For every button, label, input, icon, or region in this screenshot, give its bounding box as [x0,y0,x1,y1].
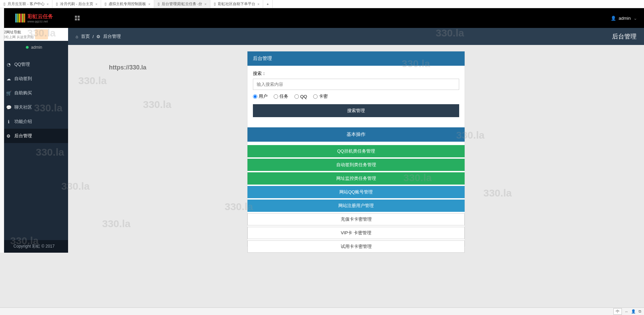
search-type-radios: 用户任务QQ卡密 [253,93,459,99]
ops-button[interactable]: 试用卡卡密管理 [247,240,465,253]
nav-icon: 💬 [6,105,11,110]
admin-card: 后台管理 搜索： 用户任务QQ卡密 搜索管理 基本操作 QQ挂机类任务管理自动签… [247,51,465,247]
close-icon[interactable]: × [47,2,49,6]
url-overlay: https://330.la [109,64,146,71]
close-icon[interactable]: × [204,2,206,6]
ad-title: 52网址导航 [2,30,34,35]
nav-label: 功能介绍 [14,119,32,125]
nav-icon: ☁ [6,76,11,81]
ops-button[interactable]: 充值卡卡密管理 [247,213,465,225]
ad-sub: 轻松上网 从这里开始 [2,35,34,40]
nav-icon: ◔ [6,62,11,67]
logo-stripes-icon [15,14,26,22]
topbar-username: admin [619,16,631,21]
radio-input[interactable] [294,94,299,99]
new-tab-button[interactable]: + [263,0,272,8]
tab-icon: ▯ [104,2,107,6]
logo-text: 彩虹云任务 [28,13,53,19]
browser-tab[interactable]: ▯彩虹社区自助下单平台× [210,0,263,8]
sidebar-footer: Copyright 彩虹 © 2017 [0,240,68,253]
browser-tab[interactable]: ▯后台管理|彩虹云任务 -分× [154,0,210,8]
browser-tab[interactable]: ▯虚拟主机专用控制面板× [101,0,154,8]
tab-icon: ▯ [158,2,160,6]
ops-button[interactable]: QQ挂机类任务管理 [247,145,465,157]
radio-input[interactable] [313,94,318,99]
taskbar-icon[interactable]: ⧉ [639,309,641,314]
radio-option[interactable]: 任务 [274,93,288,99]
nav-label: 后台管理 [14,133,32,139]
browser-tab[interactable]: ▯月月云互联 - 客户中心× [0,0,52,8]
radio-input[interactable] [274,94,278,99]
breadcrumb-home[interactable]: 首页 [81,33,90,40]
sidebar-item[interactable]: 💬聊天社区 [0,100,68,114]
radio-input[interactable] [253,94,257,99]
ime-indicator[interactable]: 中 [613,308,622,315]
status-dot-icon [26,46,29,49]
page-title: 后台管理 [612,32,637,41]
topbar-user-menu[interactable]: 👤 admin ⌄ [611,16,637,21]
tab-title: 彩虹社区自助下单平台 [218,1,255,6]
nav-label: 聊天社区 [14,104,32,110]
search-input[interactable] [253,79,459,90]
sidebar-item[interactable]: ☁自动签到 [0,72,68,86]
ops-button[interactable]: 网址监控类任务管理 [247,172,465,185]
logo[interactable]: 彩虹云任务 www.qqzzz.net [0,8,68,28]
ad-image-icon [35,29,48,40]
breadcrumb: ⌂ 首页 / ⚙ 后台管理 [76,33,121,40]
ops-button[interactable]: 网站注册用户管理 [247,200,465,212]
close-icon[interactable]: × [95,2,97,6]
page-body: 后台管理 搜索： 用户任务QQ卡密 搜索管理 基本操作 QQ挂机类任务管理自动签… [68,45,644,253]
taskbar-icon[interactable]: ↔ [625,310,628,314]
taskbar: 中 ↔ 👤 ⧉ [0,308,644,315]
tab-title: 后台管理|彩虹云任务 -分 [162,1,203,6]
grid-toggle-icon[interactable] [75,16,80,20]
sidebar: 彩虹云任务 www.qqzzz.net 52网址导航 轻松上网 从这里开始 ad… [0,8,68,253]
sidebar-ad[interactable]: 52网址导航 轻松上网 从这里开始 [0,28,68,41]
nav-icon: ℹ [6,119,11,124]
tab-icon: ▯ [214,2,216,6]
tab-title: 冷月代刷 - 后台主页 [60,1,93,6]
radio-label: 用户 [259,93,268,99]
close-icon[interactable]: × [148,2,150,6]
browser-tab[interactable]: ▯冷月代刷 - 后台主页× [52,0,101,8]
search-label: 搜索： [253,70,459,77]
breadcrumb-current: 后台管理 [103,33,121,40]
sidebar-item[interactable]: 🛒自助购买 [0,86,68,100]
sidebar-user: admin [0,41,68,52]
ops-button[interactable]: VIP卡 卡密管理 [247,227,465,239]
radio-label: QQ [300,94,307,99]
ops-button[interactable]: 网站QQ账号管理 [247,186,465,198]
ops-button[interactable]: 自动签到类任务管理 [247,159,465,171]
sidebar-username: admin [31,45,42,50]
basic-ops-header: 基本操作 [247,127,465,142]
user-icon: 👤 [611,16,616,21]
browser-tab-bar: ▯月月云互联 - 客户中心×▯冷月代刷 - 后台主页×▯虚拟主机专用控制面板×▯… [0,0,644,8]
taskbar-icon[interactable]: 👤 [631,309,636,314]
tab-icon: ▯ [56,2,58,6]
sidebar-item[interactable]: ◔QQ管理 [0,57,68,72]
sidebar-item[interactable]: ℹ功能介绍 [0,114,68,129]
search-button[interactable]: 搜索管理 [253,104,459,117]
radio-option[interactable]: 用户 [253,93,268,99]
gear-icon: ⚙ [96,34,100,39]
basic-ops-list: QQ挂机类任务管理自动签到类任务管理网址监控类任务管理网站QQ账号管理网站注册用… [247,142,465,253]
chevron-down-icon: ⌄ [633,16,637,21]
radio-label: 任务 [279,93,288,99]
home-icon: ⌂ [76,34,78,39]
logo-subtext: www.qqzzz.net [28,20,53,23]
sidebar-item[interactable]: ⚙后台管理 [0,129,68,143]
sidebar-nav: ◔QQ管理☁自动签到🛒自助购买💬聊天社区ℹ功能介绍⚙后台管理 [0,57,68,143]
content: 👤 admin ⌄ ⌂ 首页 / ⚙ 后台管理 后台管理 后台管理 搜索： 用户 [68,8,644,253]
tab-icon: ▯ [3,2,5,6]
breadcrumb-sep: / [93,34,94,39]
card-header: 后台管理 [247,51,465,66]
radio-option[interactable]: 卡密 [313,93,328,99]
nav-label: 自动签到 [14,76,32,82]
tab-title: 虚拟主机专用控制面板 [109,1,146,6]
close-icon[interactable]: × [257,2,259,6]
nav-label: QQ管理 [14,61,30,67]
nav-icon: 🛒 [6,91,11,96]
radio-option[interactable]: QQ [294,93,307,99]
nav-label: 自助购买 [14,90,32,96]
radio-label: 卡密 [319,93,328,99]
